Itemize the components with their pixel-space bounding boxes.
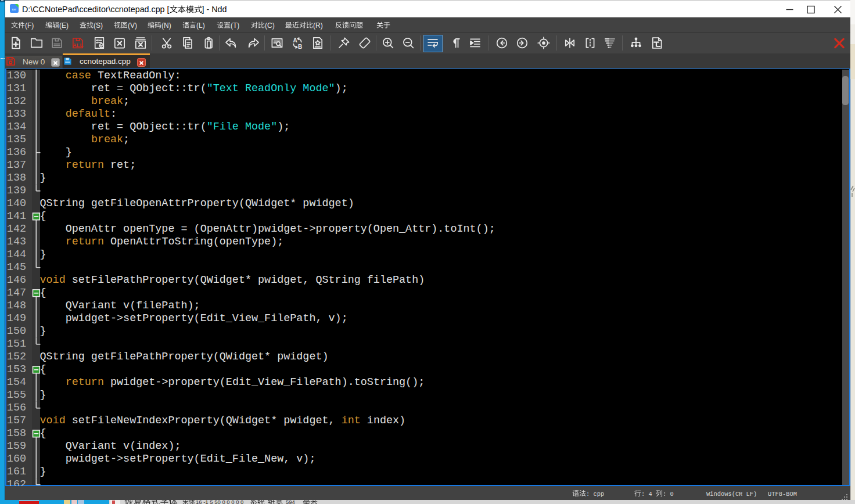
svg-text:(T): (T) bbox=[231, 21, 239, 30]
svg-text:(E): (E) bbox=[59, 21, 69, 30]
svg-text:: 4: : 4 bbox=[641, 491, 656, 498]
svg-text:: cpp: : cpp bbox=[586, 491, 604, 498]
svg-text:(R): (R) bbox=[313, 21, 323, 30]
svg-text:(N): (N) bbox=[161, 21, 171, 30]
svg-text:TXT: TXT bbox=[12, 8, 16, 11]
svg-text:(F): (F) bbox=[25, 21, 34, 30]
svg-text:ALL: ALL bbox=[73, 42, 84, 48]
svg-text:(V): (V) bbox=[128, 21, 137, 30]
svg-text:594: 594 bbox=[286, 500, 295, 504]
svg-text:A: A bbox=[293, 37, 297, 44]
svg-text:(C): (C) bbox=[265, 21, 275, 30]
svg-text:: 0: : 0 bbox=[663, 491, 674, 498]
svg-text:(L): (L) bbox=[196, 21, 205, 30]
svg-text:B: B bbox=[297, 44, 301, 50]
svg-text:16 -1 5 50 0 0 0 0 0: 16 -1 5 50 0 0 0 0 0 bbox=[196, 500, 243, 504]
svg-text:(S): (S) bbox=[94, 21, 103, 30]
